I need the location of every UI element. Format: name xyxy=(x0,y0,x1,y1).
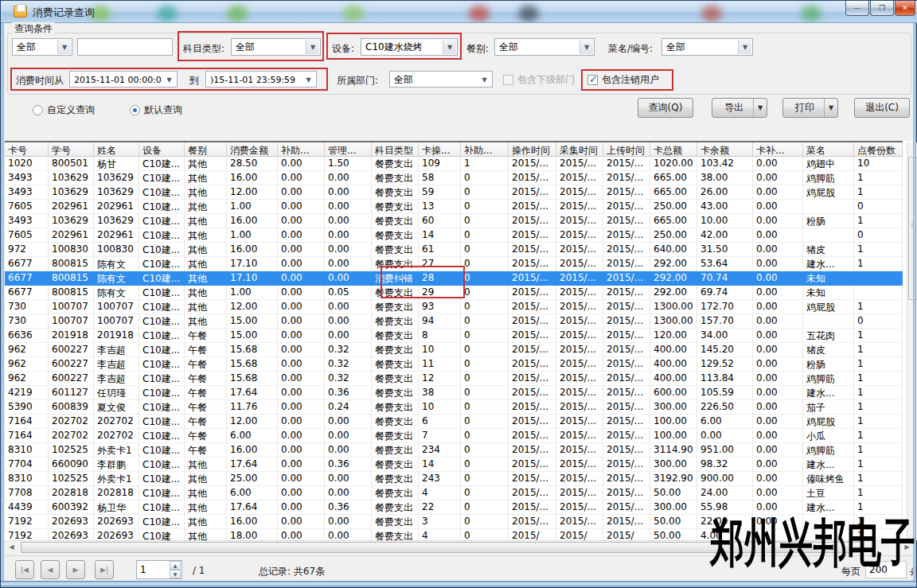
column-header[interactable]: 卡补... xyxy=(753,142,803,156)
table-row[interactable]: 8310102525外卖卡1C10建...其他25.000.000.00餐费支出… xyxy=(5,472,903,486)
table-row[interactable]: 6677800815陈有文C10建...其他17.100.000.00餐费支出2… xyxy=(5,257,903,271)
column-header[interactable]: 科目类型 xyxy=(372,142,419,156)
table-row[interactable]: 5390600839夏文俊C10建...午餐11.760.000.24餐费支出1… xyxy=(5,400,903,415)
table-row[interactable]: 7605202961202961C10建...其他1.000.000.00餐费支… xyxy=(5,228,903,243)
search-input[interactable] xyxy=(77,38,173,56)
chevron-down-icon[interactable]: ▼ xyxy=(478,72,491,86)
minimize-button[interactable]: — xyxy=(845,1,869,16)
column-header[interactable]: 餐别 xyxy=(185,142,227,156)
subject-type-combobox[interactable]: 全部 ▼ xyxy=(231,38,321,56)
radio-default-query[interactable]: 默认查询 xyxy=(130,103,182,117)
cell: 0.00 xyxy=(325,472,372,486)
column-header[interactable]: 点餐份数 xyxy=(854,142,903,156)
table-row[interactable]: 7704660090李群鹏C10建...其他17.640.000.36餐费支出1… xyxy=(5,458,903,472)
filter-combobox[interactable]: 全部 ▼ xyxy=(12,38,72,56)
close-button[interactable]: ✕ xyxy=(895,1,915,16)
chevron-down-icon[interactable]: ▼ xyxy=(306,40,319,54)
exit-button[interactable]: 退出(C) xyxy=(854,98,910,118)
table-row[interactable]: 972100830100830C10建...其他16.000.000.00餐费支… xyxy=(5,243,903,257)
chevron-down-icon[interactable]: ▼ xyxy=(302,72,315,86)
column-header[interactable]: 卡号 xyxy=(5,142,49,156)
table-row[interactable]: 962600227李吉超C10建...午餐15.680.000.32餐费支出12… xyxy=(5,372,903,386)
table-row[interactable]: 6636201918201918C10建...午餐15.000.000.00餐费… xyxy=(5,329,903,343)
dish-combobox[interactable]: 全部 ▼ xyxy=(661,38,753,56)
chevron-down-icon[interactable]: ▼ xyxy=(443,40,456,54)
print-button[interactable]: 打印 ▼ xyxy=(782,98,838,118)
column-header[interactable]: 消费金额 xyxy=(227,142,278,156)
include-sub-departments-checkbox[interactable]: 包含下级部门 xyxy=(503,73,575,87)
include-cancelled-users-checkbox[interactable]: 包含注销用户 xyxy=(587,73,659,87)
meal-combobox[interactable]: 全部 ▼ xyxy=(494,38,595,56)
cell: 李吉超 xyxy=(94,343,139,357)
export-button[interactable]: 导出 ▼ xyxy=(712,98,767,118)
titlebar[interactable]: 消费记录查询 — ❐ ✕ xyxy=(1,1,917,23)
table-row[interactable]: 7708202818202818C10建...其他6.000.000.00餐费支… xyxy=(5,486,903,500)
column-header[interactable]: 采集时间 xyxy=(556,142,603,156)
scroll-right-icon[interactable]: ▶ xyxy=(900,541,914,554)
table-row[interactable]: 1020800501杨甘C10建...其他28.500.001.50餐费支出10… xyxy=(5,157,903,171)
column-header[interactable]: 卡余额 xyxy=(697,142,753,156)
query-button[interactable]: 查询(Q) xyxy=(638,98,693,118)
table-row[interactable]: 3493103629103629C10建...其他12.000.000.00餐费… xyxy=(5,185,903,200)
chevron-down-icon[interactable]: ▼ xyxy=(824,99,837,117)
column-header[interactable]: 补助... xyxy=(278,142,325,156)
table-row[interactable]: 3493103629103629C10建...其他16.000.000.00餐费… xyxy=(5,214,903,228)
column-header[interactable]: 菜名 xyxy=(803,142,854,156)
department-combobox[interactable]: 全部 ▼ xyxy=(389,71,493,88)
cell: 2015/ xyxy=(603,529,650,540)
page-spinner[interactable]: ▲▼ xyxy=(170,561,181,578)
column-header[interactable]: 姓名 xyxy=(94,142,139,156)
cell: 午餐 xyxy=(185,372,227,386)
table-row[interactable]: 6677800815陈有文C10建...其他17.100.000.00消费纠错2… xyxy=(5,271,903,286)
spinner-up-icon[interactable]: ▲ xyxy=(170,561,181,570)
cell: 0 xyxy=(461,214,509,228)
cell: 0.00 xyxy=(325,300,372,314)
chevron-down-icon[interactable]: ▼ xyxy=(738,40,751,54)
table-row[interactable]: 6677800815陈有文C10建...其他1.000.000.05餐费支出29… xyxy=(5,286,903,300)
table-row[interactable]: 7192202693202693C10建...其他16.000.000.00餐费… xyxy=(5,515,903,529)
table-row[interactable]: 730100707100707C10建...其他12.000.000.00餐费支… xyxy=(5,300,903,314)
cell: 24.00 xyxy=(697,486,753,500)
table-row[interactable]: 4219601127任玥瑾C10建...午餐17.640.000.36餐费支出3… xyxy=(5,386,903,400)
cell: 0.00 xyxy=(325,243,372,257)
table-row[interactable]: 7192202693202693C10建其他18.000.000.00餐费支出4… xyxy=(5,529,903,540)
horizontal-scrollbar[interactable]: ◀ ▶ xyxy=(5,540,914,554)
table-row[interactable]: 4439600392杨卫华C10建...其他17.640.000.36餐费支出2… xyxy=(5,500,903,515)
chevron-down-icon[interactable]: ▼ xyxy=(753,99,767,117)
column-header[interactable]: 卡操... xyxy=(419,142,461,156)
time-to-picker[interactable]: )15-11-01 23:59:59 ▼ xyxy=(205,71,317,88)
column-header[interactable]: 设备 xyxy=(139,142,185,156)
chevron-down-icon[interactable]: ▼ xyxy=(57,40,71,54)
column-header[interactable]: 卡总额 xyxy=(650,142,697,156)
scroll-left-icon[interactable]: ◀ xyxy=(5,541,18,554)
horizontal-scrollbar-thumb[interactable] xyxy=(21,542,864,553)
per-page-input[interactable] xyxy=(865,561,907,578)
table-row[interactable]: 730100707100707C10建...其他15.000.000.00餐费支… xyxy=(5,314,903,329)
first-page-button[interactable]: |◀ xyxy=(15,560,34,579)
time-from-picker[interactable]: 2015-11-01 00:00:0 ▼ xyxy=(69,71,178,88)
radio-custom-query[interactable]: 自定义查询 xyxy=(33,103,95,117)
table-row[interactable]: 7164202702202702C10建...午餐12.000.000.00餐费… xyxy=(5,415,903,429)
column-header[interactable]: 上传时间 xyxy=(603,142,650,156)
column-header[interactable]: 操作时间 xyxy=(509,142,556,156)
cell: 25.00 xyxy=(227,472,278,486)
column-header[interactable]: 学号 xyxy=(49,142,94,156)
cell: 2015/... xyxy=(509,314,556,329)
spinner-down-icon[interactable]: ▼ xyxy=(170,570,181,578)
last-page-button[interactable]: ▶| xyxy=(95,560,114,579)
column-header[interactable]: 补助... xyxy=(461,142,509,156)
checkbox-label: 包含下级部门 xyxy=(517,73,575,87)
next-page-button[interactable]: ▶ xyxy=(66,560,85,579)
prev-page-button[interactable]: ◀ xyxy=(41,560,60,579)
maximize-button[interactable]: ❐ xyxy=(870,1,894,16)
device-combobox[interactable]: C10建水烧烤 ▼ xyxy=(361,38,458,56)
chevron-down-icon[interactable]: ▼ xyxy=(579,40,593,54)
table-row[interactable]: 962600227李吉超C10建...午餐15.680.000.32餐费支出10… xyxy=(5,343,903,357)
table-row[interactable]: 962600227李吉超C10建...午餐15.680.000.32餐费支出11… xyxy=(5,357,903,372)
chevron-down-icon[interactable]: ▼ xyxy=(162,72,176,86)
table-row[interactable]: 7164202702202702C10建...午餐6.000.000.00餐费支… xyxy=(5,429,903,443)
table-row[interactable]: 8310102525外卖卡1C10建...午餐16.000.000.00餐费支出… xyxy=(5,443,903,458)
table-row[interactable]: 3493103629103629C10建...其他16.000.000.00餐费… xyxy=(5,171,903,185)
table-row[interactable]: 7605202961202961C10建...其他1.000.000.00餐费支… xyxy=(5,200,903,214)
column-header[interactable]: 管理... xyxy=(325,142,372,156)
